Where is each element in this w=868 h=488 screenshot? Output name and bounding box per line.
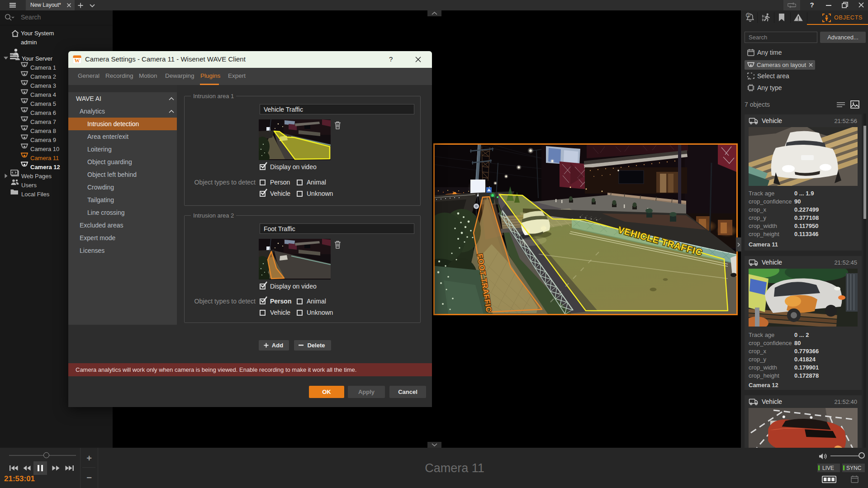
svg-text:W: W bbox=[75, 57, 80, 64]
svg-text:1: 1 bbox=[747, 13, 749, 18]
